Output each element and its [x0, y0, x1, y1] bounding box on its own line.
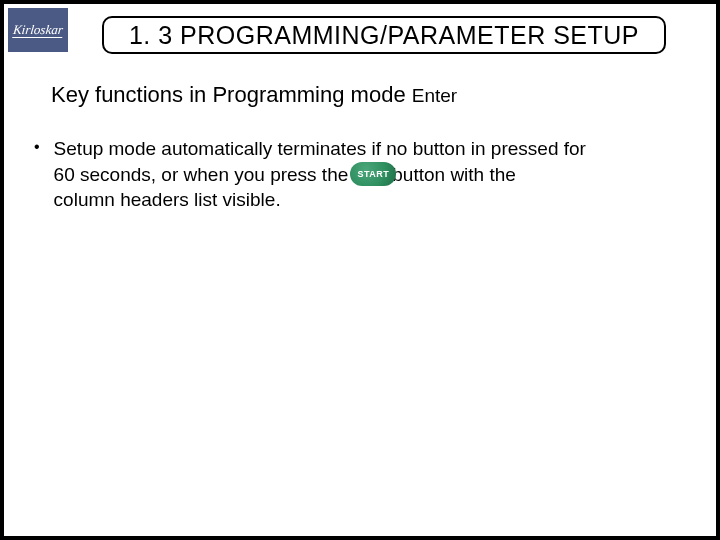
bullet-line-1: Setup mode automatically terminates if n…: [54, 136, 664, 162]
slide-frame: Kirloskar 1. 3 PROGRAMMING/PARAMETER SET…: [0, 0, 720, 540]
bullet-line-2-post: button with the: [392, 162, 516, 188]
start-button-label: START: [357, 168, 389, 180]
page-title: 1. 3 PROGRAMMING/PARAMETER SETUP: [129, 21, 639, 50]
subtitle-suffix: Enter: [412, 85, 457, 106]
title-box: 1. 3 PROGRAMMING/PARAMETER SETUP: [102, 16, 666, 54]
brand-logo-text: Kirloskar: [12, 23, 63, 38]
start-button-icon: START: [350, 162, 396, 186]
subtitle-main: Key functions in Programming mode: [51, 82, 412, 107]
bullet-line-3: column headers list visible.: [54, 187, 664, 213]
bullet-text: Setup mode automatically terminates if n…: [54, 136, 664, 213]
bullet-marker: •: [34, 138, 40, 156]
bullet-item: • Setup mode automatically terminates if…: [34, 136, 664, 213]
subtitle: Key functions in Programming mode Enter: [51, 82, 457, 108]
bullet-line-2-pre: 60 seconds, or when you press the: [54, 162, 349, 188]
brand-logo: Kirloskar: [8, 8, 68, 52]
